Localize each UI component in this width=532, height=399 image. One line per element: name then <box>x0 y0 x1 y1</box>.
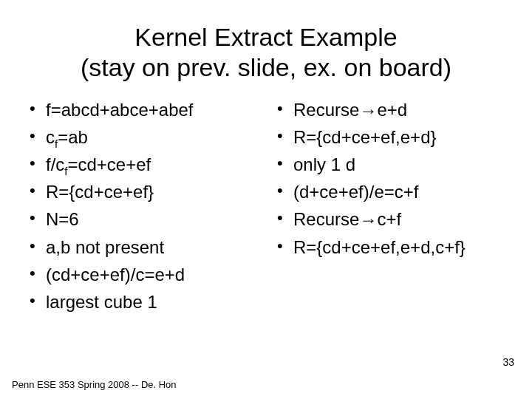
item-text: Recurse→c+f <box>293 205 401 233</box>
list-item: • f/cf=cd+ce+ef <box>30 151 255 178</box>
left-column: • f=abcd+abce+abef • cf=ab • f/cf=cd+ce+… <box>30 96 255 316</box>
bullet-icon: • <box>277 151 293 176</box>
slide: Kernel Extract Example (stay on prev. sl… <box>0 0 532 399</box>
right-list: • Recurse→e+d • R={cd+ce+ef,e+d} • only … <box>277 96 502 261</box>
list-item: • only 1 d <box>277 151 502 178</box>
title-line-2: (stay on prev. slide, ex. on board) <box>81 53 451 81</box>
list-item: • N=6 <box>30 205 255 233</box>
item-text: R={cd+ce+ef,e+d} <box>293 123 437 151</box>
item-text: a,b not present <box>46 233 164 261</box>
list-item: • R={cd+ce+ef,e+d} <box>277 123 502 151</box>
item-text: Recurse→e+d <box>293 96 407 123</box>
slide-title: Kernel Extract Example (stay on prev. sl… <box>30 22 502 83</box>
bullet-icon: • <box>30 96 46 121</box>
bullet-icon: • <box>30 178 46 203</box>
bullet-icon: • <box>30 205 46 231</box>
bullet-icon: • <box>277 96 293 121</box>
bullet-icon: • <box>30 233 46 259</box>
bullet-icon: • <box>30 288 46 313</box>
bullet-icon: • <box>30 261 46 286</box>
bullet-icon: • <box>277 205 293 231</box>
list-item: • a,b not present <box>30 233 255 261</box>
list-item: • cf=ab <box>30 123 255 151</box>
list-item: • (cd+ce+ef)/c=e+d <box>30 261 255 288</box>
list-item: • largest cube 1 <box>30 288 255 316</box>
bullet-icon: • <box>30 123 46 149</box>
list-item: • Recurse→e+d <box>277 96 502 123</box>
item-text: R={cd+ce+ef} <box>46 178 154 205</box>
arrow-icon: → <box>359 206 377 233</box>
item-text: R={cd+ce+ef,e+d,c+f} <box>293 233 466 261</box>
footer-text: Penn ESE 353 Spring 2008 -- De. Hon <box>12 379 177 390</box>
list-item: • R={cd+ce+ef,e+d,c+f} <box>277 233 502 261</box>
list-item: • Recurse→c+f <box>277 205 502 233</box>
title-line-1: Kernel Extract Example <box>134 23 397 51</box>
bullet-icon: • <box>277 233 293 259</box>
item-text: (d+ce+ef)/e=c+f <box>293 178 418 205</box>
list-item: • f=abcd+abce+abef <box>30 96 255 123</box>
item-text: largest cube 1 <box>46 288 157 316</box>
list-item: • (d+ce+ef)/e=c+f <box>277 178 502 205</box>
content-columns: • f=abcd+abce+abef • cf=ab • f/cf=cd+ce+… <box>30 96 502 316</box>
list-item: • R={cd+ce+ef} <box>30 178 255 205</box>
item-text: only 1 d <box>293 151 355 178</box>
item-text: f=abcd+abce+abef <box>46 96 194 123</box>
bullet-icon: • <box>30 151 46 176</box>
right-column: • Recurse→e+d • R={cd+ce+ef,e+d} • only … <box>277 96 502 316</box>
arrow-icon: → <box>359 97 377 124</box>
bullet-icon: • <box>277 123 293 149</box>
item-text: cf=ab <box>46 123 88 151</box>
page-number: 33 <box>502 356 514 368</box>
bullet-icon: • <box>277 178 293 203</box>
left-list: • f=abcd+abce+abef • cf=ab • f/cf=cd+ce+… <box>30 96 255 316</box>
item-text: f/cf=cd+ce+ef <box>46 151 151 178</box>
item-text: (cd+ce+ef)/c=e+d <box>46 261 185 288</box>
item-text: N=6 <box>46 205 79 233</box>
